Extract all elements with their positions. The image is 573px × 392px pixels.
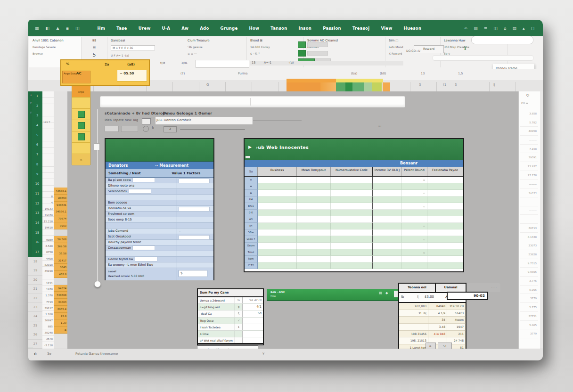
cell[interactable] <box>427 243 463 249</box>
bar-icon-1[interactable]: ▤ <box>379 291 382 295</box>
strip-value[interactable]: 41444 <box>520 188 538 197</box>
cell[interactable] <box>373 236 401 243</box>
row-number[interactable]: 1 <box>32 91 42 101</box>
cell[interactable] <box>297 256 331 262</box>
cell[interactable] <box>258 243 297 249</box>
toolbar-button-1[interactable] <box>105 126 119 132</box>
row-value[interactable] <box>177 245 213 251</box>
cell-value[interactable]: 39117 <box>42 305 54 311</box>
cell-value[interactable] <box>42 231 54 237</box>
nav-label[interactable]: 3e <box>47 352 51 356</box>
cell[interactable] <box>258 236 297 243</box>
cell[interactable] <box>331 216 373 223</box>
ribbon-tab[interactable]: Treasoj <box>347 24 375 33</box>
cell-value[interactable]: 1978 <box>42 286 54 293</box>
row-number[interactable]: 9 <box>32 170 42 180</box>
header-cell-green[interactable] <box>352 82 364 91</box>
row-value[interactable] <box>243 337 263 343</box>
table-row[interactable]: Treg Osce √ <box>198 318 263 324</box>
row-value[interactable] <box>177 240 213 245</box>
strip-value[interactable]: ——— <box>520 136 538 145</box>
strip-value[interactable]: 9.7315 <box>520 259 538 268</box>
cell[interactable] <box>427 196 463 203</box>
app-icon[interactable]: ▪ <box>66 26 69 31</box>
row-number[interactable]: 3 <box>32 111 42 121</box>
table-row[interactable]: Doooatoi oa xa <box>106 206 213 212</box>
table-row[interactable]: A3 <box>245 216 463 223</box>
row-value[interactable] <box>177 234 213 239</box>
row-value[interactable]: .5d <box>243 310 263 317</box>
cell[interactable] <box>427 203 463 210</box>
table-row[interactable]: 932,083 84048 319.50 2B <box>399 303 466 310</box>
value-input-box[interactable] <box>179 207 210 212</box>
strip-cell[interactable]: ½ <box>72 154 90 165</box>
cell[interactable] <box>427 249 463 256</box>
strip-value[interactable]: 30713 <box>520 224 538 233</box>
cell[interactable] <box>331 243 373 249</box>
table-row[interactable] <box>106 195 213 200</box>
row-value[interactable] <box>177 195 213 200</box>
ribbon-tab[interactable]: Grunge <box>215 24 244 33</box>
table-row[interactable]: Ba pi soo ceew <box>106 178 213 183</box>
header-cell-orange[interactable] <box>383 82 390 91</box>
cell[interactable] <box>401 243 427 249</box>
header-cell-pale-green[interactable] <box>364 82 372 91</box>
window-control-icon[interactable]: ◻ <box>531 26 534 31</box>
table-row[interactable]: Uenua a.2deward ⅔ 'sa 4PT8 <box>198 297 263 304</box>
cell[interactable] <box>331 223 373 229</box>
orange-cell[interactable]: 2935.4 <box>54 306 67 313</box>
row-value[interactable] <box>177 189 213 194</box>
ribbon-tab[interactable]: Aw <box>176 24 194 33</box>
strip-value[interactable]: 3.775 <box>520 277 538 286</box>
cell[interactable] <box>427 190 463 196</box>
strip-value[interactable]: 5.775 <box>520 303 538 312</box>
strip-value[interactable]: 27.778 <box>520 171 538 180</box>
window-control-icon[interactable]: ◫ <box>493 26 498 31</box>
row-number[interactable]: 24 <box>28 312 42 321</box>
cell-value[interactable]: -3.118 <box>42 343 54 349</box>
cell[interactable] <box>427 210 463 216</box>
cell-value[interactable]: 19618 <box>42 225 54 231</box>
scroll-handle[interactable] <box>94 281 101 287</box>
orange-cell[interactable]: U8663 <box>54 195 67 202</box>
row-number[interactable]: 10 <box>32 179 42 189</box>
table-row[interactable]: w <box>245 183 463 190</box>
cell-value[interactable]: 4 <box>42 200 54 206</box>
window-control-icon[interactable]: ⌂ <box>504 26 507 31</box>
refresh-circle-icon[interactable] <box>143 126 149 132</box>
currency-input[interactable]: $ <box>179 270 207 277</box>
table-row[interactable]: Sa weoony · L men Ethel Ewe <box>106 262 213 268</box>
window-control-icon[interactable]: ▥ <box>474 26 478 31</box>
percent-label[interactable]: % <box>66 62 69 66</box>
strip-value[interactable]: 7.158 <box>520 145 538 154</box>
cell[interactable] <box>297 262 331 269</box>
strip-value[interactable]: 39391 <box>520 153 538 162</box>
page-icon[interactable] <box>94 143 100 150</box>
strip-value[interactable]: 40958 <box>520 127 538 136</box>
table-row[interactable]: I loah Tactetea 1 <box>198 324 263 331</box>
row-header-strip-lower[interactable]: 18192021222324252627 <box>28 257 42 349</box>
cell[interactable] <box>297 203 331 210</box>
cell[interactable] <box>373 262 401 269</box>
cell[interactable] <box>331 183 373 190</box>
strip-cell[interactable] <box>72 109 90 120</box>
cell[interactable] <box>373 243 401 249</box>
row-value[interactable] <box>177 212 213 217</box>
gray-tab[interactable]: · · · <box>466 283 500 292</box>
cell[interactable] <box>401 177 427 183</box>
cell[interactable] <box>401 229 427 236</box>
orange-cell[interactable]: 79874 <box>54 215 67 222</box>
column-header[interactable]: Mean Tomypout <box>297 167 331 176</box>
cell[interactable] <box>427 177 463 183</box>
ribbon-tab[interactable]: Tase <box>111 24 132 33</box>
table-row[interactable]: Douchy payend tenor <box>106 240 213 245</box>
cell[interactable] <box>297 190 331 196</box>
row-number[interactable]: 6 <box>32 140 42 150</box>
cell[interactable] <box>297 236 331 243</box>
window-control-icon[interactable]: ∞ <box>464 26 468 31</box>
cell[interactable] <box>258 177 297 183</box>
cell[interactable] <box>331 196 373 203</box>
row-value[interactable] <box>177 206 213 211</box>
orange-cell[interactable]: 462.8 <box>54 271 67 278</box>
cell[interactable] <box>297 216 331 223</box>
